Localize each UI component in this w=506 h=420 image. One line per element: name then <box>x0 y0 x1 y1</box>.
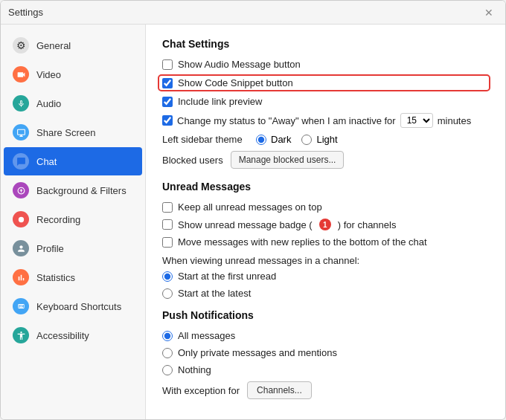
theme-dark-radio[interactable] <box>256 135 266 145</box>
code-snippet-row: Show Code Snippet button <box>159 76 489 90</box>
accessibility-icon <box>13 327 29 343</box>
link-preview-checkbox[interactable] <box>162 97 173 107</box>
keyboard-icon <box>13 298 29 314</box>
show-audio-checkbox[interactable] <box>162 59 173 70</box>
push-notifications-title: Push Notifications <box>162 309 489 321</box>
only-private-row: Only private messages and mentions <box>162 347 489 358</box>
keep-unread-row: Keep all unread messages on top <box>162 201 489 213</box>
settings-window: Settings ✕ ⚙ General Video Audio <box>0 0 506 420</box>
show-badge-checkbox[interactable] <box>162 219 173 230</box>
sidebar-item-statistics[interactable]: Statistics <box>4 263 142 291</box>
chat-settings-section: Chat Settings Show Audio Message button … <box>162 38 489 169</box>
sidebar-item-accessibility[interactable]: Accessibility <box>4 321 142 349</box>
share-screen-icon <box>13 124 29 140</box>
theme-light-label[interactable]: Light <box>316 134 337 145</box>
unread-badge-row: Show unread message badge ( 1 ) for chan… <box>162 219 489 230</box>
audio-message-row: Show Audio Message button <box>162 59 489 70</box>
all-messages-radio[interactable] <box>162 331 173 341</box>
sidebar-item-profile[interactable]: Profile <box>4 234 142 262</box>
all-messages-row: All messages <box>162 330 489 341</box>
sidebar-label-audio: Audio <box>36 98 61 109</box>
window-title: Settings <box>8 7 43 18</box>
sidebar-label-recording: Recording <box>36 214 80 225</box>
start-first-label[interactable]: Start at the first unread <box>178 271 276 282</box>
close-button[interactable]: ✕ <box>480 5 498 20</box>
profile-icon <box>13 240 29 256</box>
audio-icon <box>13 95 29 112</box>
theme-dark-label[interactable]: Dark <box>271 134 291 145</box>
nothing-row: Nothing <box>162 364 489 375</box>
link-preview-label[interactable]: Include link preview <box>178 96 262 107</box>
change-status-label-post: minutes <box>438 115 472 126</box>
exception-label: With exception for <box>162 385 240 396</box>
sidebar-item-background[interactable]: Background & Filters <box>4 176 142 204</box>
unread-messages-title: Unread Messages <box>162 181 489 193</box>
show-audio-label[interactable]: Show Audio Message button <box>178 59 301 70</box>
blocked-users-row: Blocked users Manage blocked users... <box>162 151 489 169</box>
chat-settings-title: Chat Settings <box>162 38 489 50</box>
sidebar-item-recording[interactable]: Recording <box>4 205 142 233</box>
change-status-label-pre[interactable]: Change my status to "Away" when I am ina… <box>177 115 396 126</box>
push-notifications-section: Push Notifications All messages Only pri… <box>162 309 489 399</box>
sidebar-item-share-screen[interactable]: Share Screen <box>4 118 142 146</box>
change-status-row: Change my status to "Away" when I am ina… <box>162 113 489 128</box>
show-code-checkbox[interactable] <box>162 78 173 88</box>
chat-icon <box>13 153 29 169</box>
svg-point-0 <box>18 216 23 222</box>
manage-blocked-button[interactable]: Manage blocked users... <box>231 151 345 169</box>
sidebar-theme-row: Left sidebar theme Dark Light <box>162 134 489 145</box>
video-icon <box>13 66 29 83</box>
main-panel: Chat Settings Show Audio Message button … <box>146 25 505 419</box>
sidebar-label-video: Video <box>36 69 61 80</box>
only-private-label[interactable]: Only private messages and mentions <box>178 347 337 358</box>
only-private-radio[interactable] <box>162 348 173 358</box>
start-latest-radio[interactable] <box>162 288 173 299</box>
channels-button[interactable]: Channels... <box>247 381 312 399</box>
sidebar-label-general: General <box>36 40 71 51</box>
link-preview-row: Include link preview <box>162 96 489 107</box>
all-messages-label[interactable]: All messages <box>178 330 235 341</box>
main-content: ⚙ General Video Audio <box>1 25 505 419</box>
keep-unread-checkbox[interactable] <box>162 202 173 213</box>
inactive-minutes-select[interactable]: 5 10 15 20 30 <box>400 113 433 128</box>
sidebar-label-profile: Profile <box>36 243 64 254</box>
sidebar-item-video[interactable]: Video <box>4 60 142 88</box>
sidebar: ⚙ General Video Audio <box>1 25 146 419</box>
statistics-icon <box>13 269 29 285</box>
change-status-checkbox[interactable] <box>162 115 173 126</box>
move-messages-label[interactable]: Move messages with new replies to the bo… <box>178 236 427 248</box>
recording-icon <box>13 211 29 227</box>
sidebar-label-accessibility: Accessibility <box>36 330 89 341</box>
badge-number: 1 <box>319 219 331 230</box>
keep-unread-label[interactable]: Keep all unread messages on top <box>178 201 322 213</box>
background-icon <box>13 182 29 198</box>
sidebar-item-audio[interactable]: Audio <box>4 89 142 117</box>
sidebar-label-share-screen: Share Screen <box>36 127 96 138</box>
show-code-label[interactable]: Show Code Snippet button <box>178 77 293 88</box>
theme-light-radio[interactable] <box>301 135 312 145</box>
start-latest-label[interactable]: Start at the latest <box>178 288 251 299</box>
sidebar-theme-label: Left sidebar theme <box>162 134 252 145</box>
move-messages-checkbox[interactable] <box>162 237 173 248</box>
sidebar-label-chat: Chat <box>36 156 57 167</box>
viewing-unread-label: When viewing unread messages in a channe… <box>162 255 489 266</box>
general-icon: ⚙ <box>13 37 29 54</box>
move-messages-row: Move messages with new replies to the bo… <box>162 236 489 248</box>
exception-row: With exception for Channels... <box>162 381 489 399</box>
start-first-radio[interactable] <box>162 271 173 282</box>
start-latest-row: Start at the latest <box>162 288 489 299</box>
nothing-label[interactable]: Nothing <box>178 364 211 375</box>
sidebar-item-keyboard[interactable]: Keyboard Shortcuts <box>4 292 142 320</box>
nothing-radio[interactable] <box>162 365 173 375</box>
unread-messages-section: Unread Messages Keep all unread messages… <box>162 181 489 299</box>
sidebar-label-background: Background & Filters <box>36 185 126 196</box>
show-badge-label-post: ) for channels <box>338 219 397 230</box>
blocked-users-label: Blocked users <box>162 155 223 166</box>
sidebar-item-general[interactable]: ⚙ General <box>4 31 142 59</box>
sidebar-item-chat[interactable]: Chat <box>4 147 142 175</box>
sidebar-label-keyboard: Keyboard Shortcuts <box>36 301 121 312</box>
sidebar-label-statistics: Statistics <box>36 272 75 283</box>
start-first-row: Start at the first unread <box>162 271 489 282</box>
titlebar: Settings ✕ <box>1 1 505 25</box>
show-badge-label-pre[interactable]: Show unread message badge ( <box>178 219 313 230</box>
